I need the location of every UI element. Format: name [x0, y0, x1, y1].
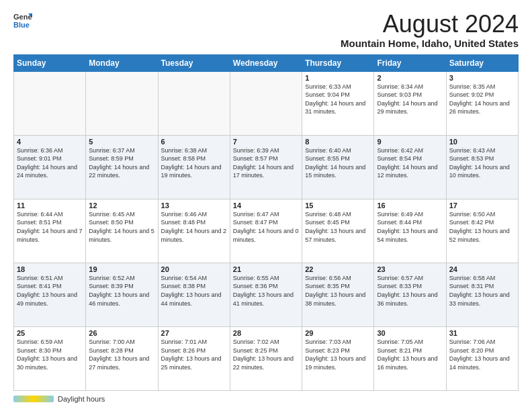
calendar-cell: 3Sunrise: 6:35 AM Sunset: 9:02 PM Daylig…: [446, 71, 518, 135]
day-number: 18: [17, 265, 83, 273]
calendar-cell: 24Sunrise: 6:58 AM Sunset: 8:31 PM Dayli…: [446, 263, 518, 326]
day-info: Sunrise: 6:47 AM Sunset: 8:47 PM Dayligh…: [233, 210, 299, 244]
day-number: 19: [89, 265, 154, 273]
day-number: 15: [305, 201, 371, 210]
day-number: 29: [305, 329, 371, 337]
calendar-cell: 11Sunrise: 6:44 AM Sunset: 8:51 PM Dayli…: [14, 199, 86, 263]
calendar-cell: 6Sunrise: 6:38 AM Sunset: 8:58 PM Daylig…: [158, 135, 230, 199]
calendar-cell: 10Sunrise: 6:43 AM Sunset: 8:53 PM Dayli…: [446, 135, 518, 199]
daylight-label: Daylight hours: [58, 395, 105, 403]
day-number: 7: [233, 138, 299, 146]
day-number: 20: [161, 265, 227, 273]
day-info: Sunrise: 7:05 AM Sunset: 8:21 PM Dayligh…: [377, 338, 443, 371]
calendar-cell: 19Sunrise: 6:52 AM Sunset: 8:39 PM Dayli…: [86, 263, 158, 326]
calendar-cell: 26Sunrise: 7:00 AM Sunset: 8:28 PM Dayli…: [86, 326, 158, 390]
day-info: Sunrise: 6:48 AM Sunset: 8:45 PM Dayligh…: [305, 210, 371, 244]
calendar-cell: 30Sunrise: 7:05 AM Sunset: 8:21 PM Dayli…: [374, 326, 446, 390]
calendar-week-3: 11Sunrise: 6:44 AM Sunset: 8:51 PM Dayli…: [14, 199, 519, 263]
daylight-bar-icon: [13, 396, 54, 402]
day-number: 26: [89, 329, 154, 337]
calendar-cell: 5Sunrise: 6:37 AM Sunset: 8:59 PM Daylig…: [86, 135, 158, 199]
day-number: 24: [449, 265, 515, 273]
calendar-cell: [14, 71, 86, 135]
calendar-header-thursday: Thursday: [302, 54, 374, 71]
calendar-header-sunday: Sunday: [14, 54, 86, 71]
calendar-header-friday: Friday: [374, 54, 446, 71]
day-info: Sunrise: 6:35 AM Sunset: 9:02 PM Dayligh…: [449, 83, 515, 116]
calendar-cell: 15Sunrise: 6:48 AM Sunset: 8:45 PM Dayli…: [302, 199, 374, 263]
day-info: Sunrise: 7:02 AM Sunset: 8:25 PM Dayligh…: [233, 338, 299, 371]
day-number: 22: [305, 265, 371, 273]
day-info: Sunrise: 6:34 AM Sunset: 9:03 PM Dayligh…: [377, 83, 443, 116]
logo: General Blue: [13, 11, 32, 30]
day-info: Sunrise: 6:52 AM Sunset: 8:39 PM Dayligh…: [89, 274, 154, 308]
day-info: Sunrise: 6:50 AM Sunset: 8:42 PM Dayligh…: [449, 210, 515, 244]
day-info: Sunrise: 6:40 AM Sunset: 8:55 PM Dayligh…: [305, 146, 371, 180]
day-info: Sunrise: 6:56 AM Sunset: 8:35 PM Dayligh…: [305, 274, 371, 308]
calendar-cell: 22Sunrise: 6:56 AM Sunset: 8:35 PM Dayli…: [302, 263, 374, 326]
calendar-week-2: 4Sunrise: 6:36 AM Sunset: 9:01 PM Daylig…: [14, 135, 519, 199]
calendar-cell: [86, 71, 158, 135]
day-number: 14: [233, 201, 299, 210]
day-number: 13: [161, 201, 227, 210]
day-number: 28: [233, 329, 299, 337]
day-info: Sunrise: 6:36 AM Sunset: 9:01 PM Dayligh…: [17, 146, 83, 180]
calendar-cell: 9Sunrise: 6:42 AM Sunset: 8:54 PM Daylig…: [374, 135, 446, 199]
calendar-cell: 20Sunrise: 6:54 AM Sunset: 8:38 PM Dayli…: [158, 263, 230, 326]
day-info: Sunrise: 6:43 AM Sunset: 8:53 PM Dayligh…: [449, 146, 515, 180]
calendar-header-saturday: Saturday: [446, 54, 518, 71]
day-number: 27: [161, 329, 227, 337]
calendar-cell: 16Sunrise: 6:49 AM Sunset: 8:44 PM Dayli…: [374, 199, 446, 263]
calendar-cell: 21Sunrise: 6:55 AM Sunset: 8:36 PM Dayli…: [230, 263, 302, 326]
logo-icon: General Blue: [13, 11, 32, 30]
day-info: Sunrise: 6:38 AM Sunset: 8:58 PM Dayligh…: [161, 146, 227, 180]
calendar-header-wednesday: Wednesday: [230, 54, 302, 71]
calendar-cell: 29Sunrise: 7:03 AM Sunset: 8:23 PM Dayli…: [302, 326, 374, 390]
calendar-cell: 23Sunrise: 6:57 AM Sunset: 8:33 PM Dayli…: [374, 263, 446, 326]
calendar-cell: 17Sunrise: 6:50 AM Sunset: 8:42 PM Dayli…: [446, 199, 518, 263]
calendar-table: SundayMondayTuesdayWednesdayThursdayFrid…: [13, 54, 519, 391]
calendar-week-4: 18Sunrise: 6:51 AM Sunset: 8:41 PM Dayli…: [14, 263, 519, 326]
day-number: 21: [233, 265, 299, 273]
calendar-cell: 13Sunrise: 6:46 AM Sunset: 8:48 PM Dayli…: [158, 199, 230, 263]
calendar-cell: 18Sunrise: 6:51 AM Sunset: 8:41 PM Dayli…: [14, 263, 86, 326]
day-number: 16: [377, 201, 443, 210]
calendar-week-5: 25Sunrise: 6:59 AM Sunset: 8:30 PM Dayli…: [14, 326, 519, 390]
day-number: 5: [89, 138, 154, 146]
day-info: Sunrise: 6:42 AM Sunset: 8:54 PM Dayligh…: [377, 146, 443, 180]
day-info: Sunrise: 7:00 AM Sunset: 8:28 PM Dayligh…: [89, 338, 154, 371]
day-number: 4: [17, 138, 83, 146]
calendar-header-tuesday: Tuesday: [158, 54, 230, 71]
day-info: Sunrise: 6:37 AM Sunset: 8:59 PM Dayligh…: [89, 146, 154, 180]
day-info: Sunrise: 6:33 AM Sunset: 9:04 PM Dayligh…: [305, 83, 371, 116]
calendar-cell: 27Sunrise: 7:01 AM Sunset: 8:26 PM Dayli…: [158, 326, 230, 390]
calendar-cell: 31Sunrise: 7:06 AM Sunset: 8:20 PM Dayli…: [446, 326, 518, 390]
day-number: 6: [161, 138, 227, 146]
calendar-cell: 2Sunrise: 6:34 AM Sunset: 9:03 PM Daylig…: [374, 71, 446, 135]
day-info: Sunrise: 6:44 AM Sunset: 8:51 PM Dayligh…: [17, 210, 83, 244]
day-number: 1: [305, 74, 371, 82]
day-info: Sunrise: 6:49 AM Sunset: 8:44 PM Dayligh…: [377, 210, 443, 244]
day-number: 8: [305, 138, 371, 146]
day-number: 2: [377, 74, 443, 82]
day-info: Sunrise: 6:57 AM Sunset: 8:33 PM Dayligh…: [377, 274, 443, 308]
day-number: 17: [449, 201, 515, 210]
calendar-header-monday: Monday: [86, 54, 158, 71]
day-info: Sunrise: 6:51 AM Sunset: 8:41 PM Dayligh…: [17, 274, 83, 308]
calendar-cell: 28Sunrise: 7:02 AM Sunset: 8:25 PM Dayli…: [230, 326, 302, 390]
calendar-cell: 8Sunrise: 6:40 AM Sunset: 8:55 PM Daylig…: [302, 135, 374, 199]
day-info: Sunrise: 7:03 AM Sunset: 8:23 PM Dayligh…: [305, 338, 371, 371]
calendar-cell: 25Sunrise: 6:59 AM Sunset: 8:30 PM Dayli…: [14, 326, 86, 390]
day-info: Sunrise: 6:46 AM Sunset: 8:48 PM Dayligh…: [161, 210, 227, 244]
day-info: Sunrise: 6:59 AM Sunset: 8:30 PM Dayligh…: [17, 338, 83, 371]
day-number: 25: [17, 329, 83, 337]
svg-text:Blue: Blue: [13, 21, 30, 29]
day-info: Sunrise: 7:06 AM Sunset: 8:20 PM Dayligh…: [449, 338, 515, 371]
day-number: 9: [377, 138, 443, 146]
calendar-cell: 7Sunrise: 6:39 AM Sunset: 8:57 PM Daylig…: [230, 135, 302, 199]
day-number: 12: [89, 201, 154, 210]
day-number: 30: [377, 329, 443, 337]
day-info: Sunrise: 6:54 AM Sunset: 8:38 PM Dayligh…: [161, 274, 227, 308]
title-block: August 2024 Mountain Home, Idaho, United…: [341, 11, 519, 49]
calendar-cell: 14Sunrise: 6:47 AM Sunset: 8:47 PM Dayli…: [230, 199, 302, 263]
